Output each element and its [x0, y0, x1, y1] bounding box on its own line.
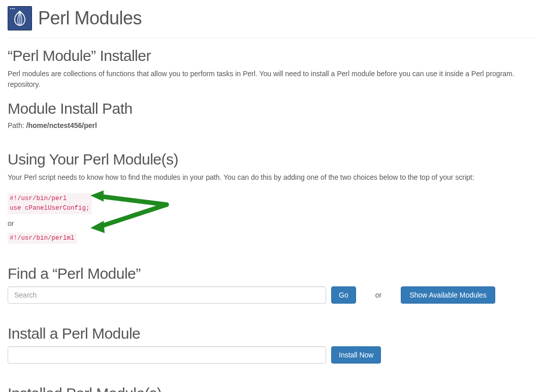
using-description: Your Perl script needs to know how to fi…	[8, 172, 535, 183]
install-path-label: Path:	[8, 121, 26, 129]
using-heading: Using Your Perl Module(s)	[8, 151, 535, 168]
installer-description: Perl modules are collections of function…	[8, 69, 535, 90]
install-module-row: Install Now	[8, 346, 535, 364]
installer-heading: “Perl Module” Installer	[8, 47, 535, 64]
shebang-snippet-2: #!/usr/bin/perlml	[8, 233, 77, 244]
go-button[interactable]: Go	[331, 286, 356, 304]
install-path-value: /home/nctest456/perl	[26, 121, 97, 129]
code-area: #!/usr/bin/perl use cPanelUserConfig; or…	[8, 193, 535, 244]
show-available-modules-button[interactable]: Show Available Modules	[401, 286, 495, 304]
find-heading: Find a “Perl Module”	[8, 265, 535, 282]
install-input[interactable]	[8, 346, 326, 364]
install-path-heading: Module Install Path	[8, 100, 535, 117]
install-heading: Install a Perl Module	[8, 325, 535, 342]
shebang-snippet-1: #!/usr/bin/perl use cPanelUserConfig;	[8, 193, 92, 214]
find-module-row: Go or Show Available Modules	[8, 286, 535, 304]
install-path-line: Path: /home/nctest456/perl	[8, 121, 535, 129]
perl-onion-icon	[8, 6, 32, 30]
page-title: Perl Modules	[38, 8, 142, 29]
installed-heading: Installed Perl Module(s)	[8, 385, 535, 392]
install-now-button[interactable]: Install Now	[331, 346, 381, 364]
search-input[interactable]	[8, 286, 326, 304]
svg-marker-0	[90, 190, 104, 202]
snippet-or-text: or	[8, 219, 535, 227]
annotation-arrow-icon	[86, 189, 173, 236]
page-header: Perl Modules	[8, 0, 535, 38]
find-or-text: or	[375, 291, 381, 299]
